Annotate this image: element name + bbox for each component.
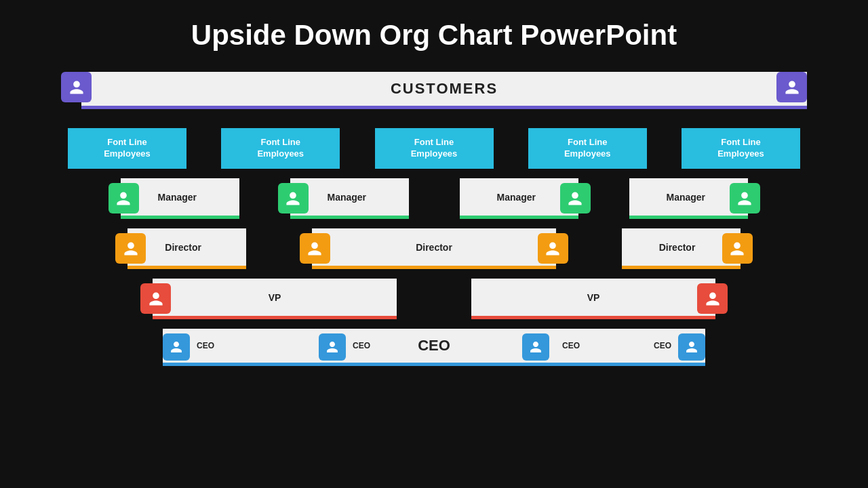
ceo-sub-1: CEO xyxy=(197,341,214,350)
font-line-box-5: Font LineEmployees xyxy=(682,128,800,169)
manager-2-label: Manager xyxy=(328,192,367,203)
vp-1-label: VP xyxy=(269,292,281,303)
director-3-wrapper: Director xyxy=(622,228,741,269)
vp-2-wrapper: VP xyxy=(471,279,715,319)
ceo-sub-3: CEO xyxy=(562,341,580,350)
customers-label: CUSTOMERS xyxy=(391,80,498,98)
director-2-card: Director xyxy=(312,228,556,269)
font-line-box-1: Font LineEmployees xyxy=(68,128,186,169)
director-1-wrapper: Director xyxy=(127,228,246,269)
manager-4-icon xyxy=(730,183,760,214)
vps-row: VP VP xyxy=(61,279,807,319)
manager-1-icon xyxy=(108,183,139,214)
ceo-icon-3 xyxy=(522,333,549,361)
manager-4-label: Manager xyxy=(667,192,706,203)
director-2-left-icon xyxy=(300,233,330,264)
director-1-label: Director xyxy=(165,242,201,253)
manager-2-icon xyxy=(278,183,309,214)
manager-1-label: Manager xyxy=(158,192,197,203)
font-line-box-3: Font LineEmployees xyxy=(375,128,494,169)
ceo-sub-2: CEO xyxy=(353,341,370,350)
ceo-row: CEO CEO CEO CEO CEO xyxy=(61,329,807,366)
ceo-icon-1 xyxy=(163,333,190,361)
customers-row: CUSTOMERS xyxy=(61,65,807,116)
managers-row: Manager Manager Manager xyxy=(61,178,807,219)
vp-1-left-icon xyxy=(140,283,171,314)
vp-1-card: VP xyxy=(153,279,397,319)
manager-4-wrapper: Manager xyxy=(629,178,748,219)
customers-bar: CUSTOMERS xyxy=(81,72,807,109)
director-2-wrapper: Director xyxy=(312,228,556,269)
ceo-main-label: CEO xyxy=(418,337,450,354)
ceo-sub-4: CEO xyxy=(654,341,671,350)
manager-3-wrapper: Manager xyxy=(460,178,578,219)
customers-right-icon xyxy=(776,72,807,102)
manager-3-icon xyxy=(560,183,591,214)
vp-2-right-icon xyxy=(697,283,728,314)
director-3-icon xyxy=(722,233,753,264)
customers-left-icon xyxy=(61,72,92,102)
ceo-icon-2 xyxy=(319,333,346,361)
director-1-icon xyxy=(115,233,146,264)
ceo-icon-4 xyxy=(678,333,705,361)
manager-1-wrapper: Manager xyxy=(121,178,239,219)
page: Upside Down Org Chart PowerPoint CUSTOME… xyxy=(0,0,868,488)
directors-row: Director Director xyxy=(61,228,807,269)
font-line-row: Font LineEmployees Font LineEmployees Fo… xyxy=(61,128,807,169)
page-title: Upside Down Org Chart PowerPoint xyxy=(0,0,868,58)
font-line-box-4: Font LineEmployees xyxy=(528,128,647,169)
ceo-bar: CEO CEO CEO CEO CEO xyxy=(163,329,705,366)
director-3-label: Director xyxy=(659,242,696,253)
director-2-label: Director xyxy=(416,242,452,253)
org-chart: CUSTOMERS Font LineEmployees Font LineEm… xyxy=(61,65,807,366)
vp-2-label: VP xyxy=(587,292,600,303)
manager-2-wrapper: Manager xyxy=(290,178,409,219)
director-2-right-icon xyxy=(538,233,568,264)
manager-3-label: Manager xyxy=(497,192,536,203)
font-line-box-2: Font LineEmployees xyxy=(221,128,340,169)
vp-1-wrapper: VP xyxy=(153,279,397,319)
vp-2-card: VP xyxy=(471,279,715,319)
